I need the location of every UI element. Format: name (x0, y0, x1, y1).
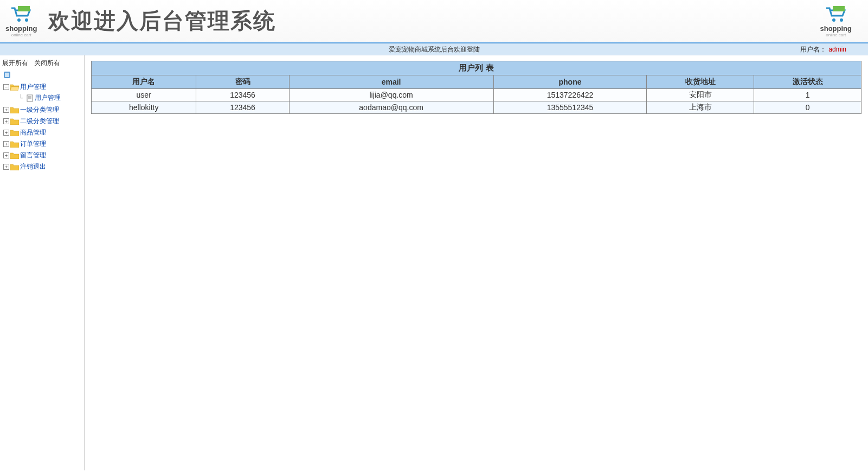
tree-node-label[interactable]: 订单管理 (20, 139, 46, 149)
tree-line-icon: └ (16, 94, 25, 102)
shopping-cart-icon (8, 5, 34, 25)
cell-active: 1 (754, 89, 861, 101)
table-row: hellokitty123456aodamao@qq.com1355551234… (92, 101, 861, 114)
cell-username: user (92, 89, 196, 101)
cell-password: 123456 (196, 101, 289, 114)
folder-icon (10, 84, 19, 91)
cell-active: 0 (754, 101, 861, 114)
expand-icon[interactable]: + (3, 141, 9, 147)
logo-text: shopping (820, 24, 852, 33)
expand-icon[interactable]: + (3, 164, 9, 170)
sidebar: 展开所有 关闭所有 −用户管理└用户管理+一级分类管理+二级分类管理+商品管理+… (0, 55, 85, 470)
expand-icon[interactable]: + (3, 107, 9, 113)
cell-email: aodamao@qq.com (289, 101, 493, 114)
logo-subtext: online cart (826, 33, 846, 37)
file-icon (26, 94, 34, 102)
svg-rect-3 (833, 6, 845, 11)
expand-icon[interactable]: + (3, 130, 9, 136)
welcome-text: 爱宠宠物商城系统后台欢迎登陆 (389, 45, 480, 54)
tree-node-label[interactable]: 一级分类管理 (20, 105, 59, 114)
expand-icon[interactable]: + (3, 152, 9, 158)
tree-node-1[interactable]: +一级分类管理 (1, 105, 83, 115)
user-info: 用户名：admin (800, 45, 846, 54)
cell-phone: 15137226422 (493, 89, 647, 101)
tree-node-label[interactable]: 注销退出 (20, 162, 46, 171)
table-title: 用户列 表 (91, 61, 861, 75)
svg-rect-7 (5, 73, 9, 77)
svg-rect-0 (18, 6, 30, 11)
folder-icon (10, 141, 19, 148)
cell-phone: 13555512345 (493, 101, 647, 114)
tree-node-6[interactable]: +注销退出 (1, 162, 83, 172)
collapse-icon[interactable]: − (3, 84, 9, 90)
cell-address: 安阳市 (647, 89, 754, 101)
cell-password: 123456 (196, 89, 289, 101)
expand-all-link[interactable]: 展开所有 (2, 59, 28, 67)
logo-right: shopping online cart (820, 5, 852, 37)
tree-node-5[interactable]: +留言管理 (1, 150, 83, 161)
tree-node-3[interactable]: +商品管理 (1, 127, 83, 138)
svg-point-5 (840, 18, 843, 22)
main-content: 用户列 表 用户名密码emailphone收货地址激活状态 user123456… (85, 55, 868, 470)
tree-node-label[interactable]: 二级分类管理 (20, 117, 59, 126)
logo-subtext: online cart (11, 33, 31, 37)
folder-icon (10, 106, 19, 113)
cell-username: hellokitty (92, 101, 196, 114)
svg-point-2 (25, 18, 28, 22)
tree-leaf-0-0[interactable]: └用户管理 (1, 93, 83, 103)
column-header-4: 收货地址 (647, 75, 754, 89)
tree-node-2[interactable]: +二级分类管理 (1, 116, 83, 126)
table-row: user123456lijia@qq.com15137226422安阳市1 (92, 89, 861, 101)
tree-actions: 展开所有 关闭所有 (1, 58, 83, 70)
column-header-1: 密码 (196, 75, 289, 89)
header: shopping online cart 欢迎进入后台管理系统 shopping… (0, 0, 868, 43)
tree-node-4[interactable]: +订单管理 (1, 139, 83, 149)
user-label: 用户名： (800, 46, 826, 53)
user-table: 用户名密码emailphone收货地址激活状态 user123456lijia@… (91, 75, 861, 114)
shopping-cart-icon (823, 5, 849, 25)
folder-icon (10, 163, 19, 170)
tree-leaf-label[interactable]: 用户管理 (35, 93, 61, 103)
folder-icon (10, 129, 19, 136)
logo-left: shopping online cart (5, 5, 37, 37)
column-header-5: 激活状态 (754, 75, 861, 89)
logo-text: shopping (5, 24, 37, 33)
tree-node-label[interactable]: 用户管理 (20, 82, 46, 92)
cell-address: 上海市 (647, 101, 754, 114)
svg-point-4 (832, 18, 835, 22)
tree-root-icon (1, 70, 83, 81)
column-header-0: 用户名 (92, 75, 196, 89)
tree-node-label[interactable]: 商品管理 (20, 128, 46, 137)
tree-node-label[interactable]: 留言管理 (20, 151, 46, 160)
column-header-3: phone (493, 75, 647, 89)
cell-email: lijia@qq.com (289, 89, 493, 101)
page-title: 欢迎进入后台管理系统 (48, 6, 276, 36)
folder-icon (10, 118, 19, 125)
nav-tree: −用户管理└用户管理+一级分类管理+二级分类管理+商品管理+订单管理+留言管理+… (1, 81, 83, 173)
svg-rect-8 (27, 95, 33, 101)
folder-icon (10, 152, 19, 159)
svg-point-1 (17, 18, 21, 22)
column-header-2: email (289, 75, 493, 89)
username-value: admin (828, 46, 846, 53)
expand-icon[interactable]: + (3, 118, 9, 124)
collapse-all-link[interactable]: 关闭所有 (34, 59, 60, 67)
tree-node-0[interactable]: −用户管理 (1, 82, 83, 92)
topbar: 爱宠宠物商城系统后台欢迎登陆 用户名：admin (0, 43, 868, 55)
